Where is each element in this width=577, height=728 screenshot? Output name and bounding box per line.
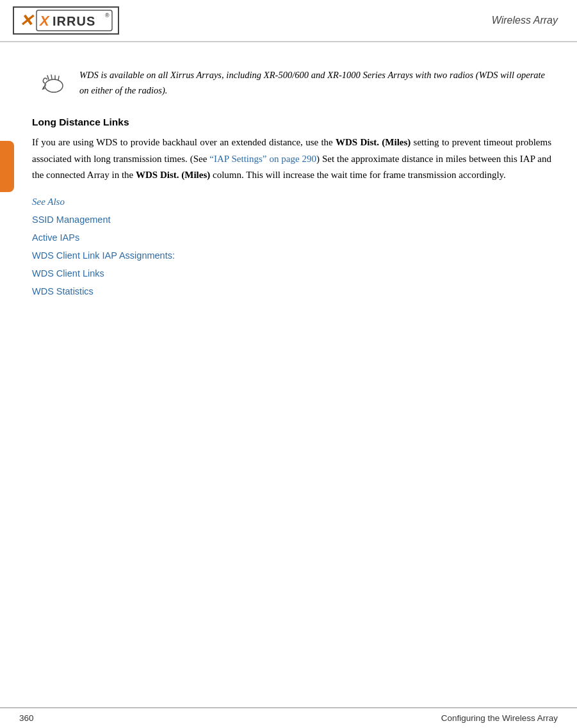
svg-line-5 <box>47 76 49 79</box>
see-also-heading: See Also <box>32 197 551 207</box>
main-content: WDS is available on all Xirrus Arrays, i… <box>0 42 577 325</box>
body-paragraph: If you are using WDS to provide backhaul… <box>32 134 551 184</box>
see-also-link-item[interactable]: WDS Statistics <box>32 283 551 300</box>
logo-box: ✕ X IRRUS ® <box>13 6 119 35</box>
header-title: Wireless Array <box>492 15 558 26</box>
svg-line-6 <box>51 75 52 79</box>
page-header: ✕ X IRRUS ® Wireless Array <box>0 0 577 42</box>
svg-line-8 <box>58 76 59 80</box>
bold-wds-dist-2: WDS Dist. (Miles) <box>136 170 210 180</box>
logo: ✕ X IRRUS ® <box>13 6 119 35</box>
note-pencil-icon <box>40 69 68 97</box>
section-heading: Long Distance Links <box>32 117 551 128</box>
iap-settings-link[interactable]: “IAP Settings” on page 290 <box>209 154 316 164</box>
footer-chapter-title: Configuring the Wireless Array <box>441 713 558 723</box>
svg-text:X: X <box>38 13 51 29</box>
bold-wds-dist-1: WDS Dist. (Miles) <box>336 137 410 147</box>
note-text: WDS is available on all Xirrus Arrays, i… <box>79 68 545 99</box>
svg-point-4 <box>45 79 63 92</box>
see-also-section: See Also SSID ManagementActive IAPsWDS C… <box>32 197 551 300</box>
note-box: WDS is available on all Xirrus Arrays, i… <box>32 68 551 99</box>
logo-x-letter: ✕ <box>19 11 35 31</box>
see-also-link-item[interactable]: SSID Management <box>32 211 551 228</box>
see-also-link-item[interactable]: WDS Client Links <box>32 265 551 282</box>
svg-text:IRRUS: IRRUS <box>53 14 95 28</box>
svg-text:®: ® <box>105 12 111 19</box>
footer-page-number: 360 <box>19 713 34 723</box>
para-text-1: If you are using WDS to provide backhaul… <box>32 137 336 147</box>
see-also-link-item[interactable]: WDS Client Link IAP Assignments: <box>32 247 551 264</box>
see-also-links: SSID ManagementActive IAPsWDS Client Lin… <box>32 211 551 300</box>
para-text-4: column. This will increase the wait time… <box>210 170 506 180</box>
logo-svg: X IRRUS ® <box>36 10 113 31</box>
page-footer: 360 Configuring the Wireless Array <box>0 708 577 728</box>
note-icon <box>38 68 69 99</box>
see-also-link-item[interactable]: Active IAPs <box>32 229 551 246</box>
